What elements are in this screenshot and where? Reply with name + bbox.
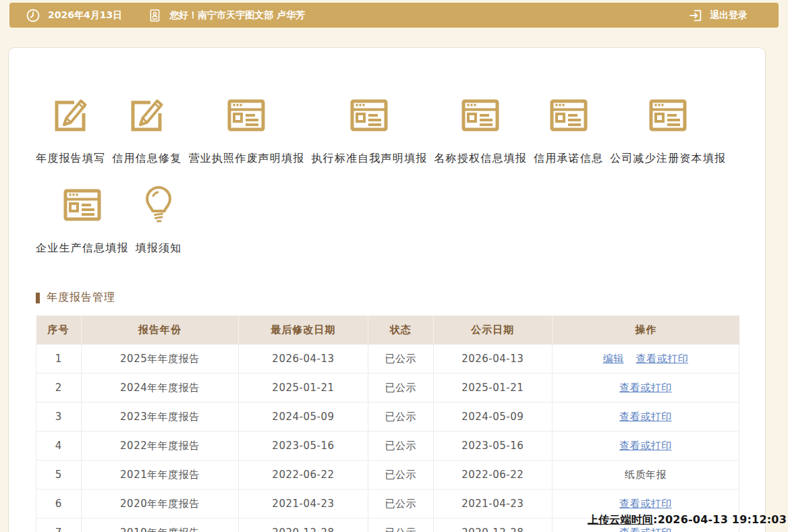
- annual-report-section: 年度报告管理 序号报告年份最后修改日期状态公示日期操作 12025年年度报告20…: [36, 291, 739, 532]
- report-year: 2025年年度报告: [81, 345, 238, 374]
- table-row: 32023年年度报告2024-05-09已公示2024-05-09查看或打印: [36, 403, 739, 432]
- publish-date: 2022-06-22: [433, 461, 552, 490]
- form-icon: [347, 94, 391, 137]
- actions-cell: 查看或打印: [552, 403, 739, 432]
- shortcut-label: 填报须知: [136, 241, 182, 256]
- form-icon: [646, 94, 690, 137]
- publish-date: 2021-04-23: [433, 490, 552, 519]
- form-icon: [225, 94, 268, 137]
- report-year: 2021年年度报告: [81, 461, 238, 490]
- upload-cloud-timestamp: 上传云端时间:2026-04-13 19:12:03: [588, 513, 787, 527]
- publish-date: 2020-12-28: [433, 519, 552, 532]
- table-row: 22024年年度报告2025-01-21已公示2025-01-21查看或打印: [36, 374, 739, 403]
- shortcut-item[interactable]: 名称授权信息填报: [434, 94, 527, 166]
- last-modified-date: 2023-05-16: [239, 432, 368, 461]
- shortcut-label: 名称授权信息填报: [434, 152, 527, 166]
- shortcut-item[interactable]: 执行标准自我声明填报: [311, 94, 427, 166]
- row-seq: 6: [36, 490, 82, 519]
- last-modified-date: 2025-01-21: [239, 374, 368, 403]
- column-header: 最后修改日期: [239, 316, 368, 345]
- last-modified-date: 2022-06-22: [239, 461, 368, 490]
- current-date: 2026年4月13日: [48, 9, 122, 22]
- date-group: 2026年4月13日: [26, 8, 122, 23]
- publish-date: 2024-05-09: [433, 403, 552, 432]
- last-modified-date: 2026-04-13: [239, 345, 368, 374]
- publish-date: 2025-01-21: [433, 374, 552, 403]
- shortcut-label: 信用信息修复: [112, 152, 181, 166]
- column-header: 状态: [368, 316, 433, 345]
- status-text: 已公示: [368, 403, 433, 432]
- section-title-text: 年度报告管理: [47, 291, 115, 305]
- report-year: 2020年年度报告: [81, 490, 238, 519]
- topbar: 2026年4月13日 您好！南宁市天宇图文部 卢华芳 退出登录: [9, 3, 779, 28]
- logout-icon: [688, 8, 703, 23]
- row-seq: 5: [36, 461, 82, 490]
- annual-report-table: 序号报告年份最后修改日期状态公示日期操作 12025年年度报告2026-04-1…: [36, 316, 739, 532]
- greeting-group: 您好！南宁市天宇图文部 卢华芳: [148, 8, 305, 23]
- shortcut-row-1: 年度报告填写 信用信息修复 营业执照作废声明填报: [36, 94, 739, 166]
- paper-annual-report-text: 纸质年报: [625, 469, 667, 481]
- actions-cell: 编辑查看或打印: [552, 345, 739, 374]
- last-modified-date: 2024-05-09: [239, 403, 368, 432]
- publish-date: 2023-05-16: [433, 432, 552, 461]
- column-header: 序号: [36, 316, 82, 345]
- shortcut-label: 年度报告填写: [36, 152, 105, 166]
- form-icon: [547, 94, 590, 137]
- table-header-row: 序号报告年份最后修改日期状态公示日期操作: [36, 316, 739, 345]
- logout-label: 退出登录: [710, 9, 748, 22]
- shortcut-item[interactable]: 企业生产信息填报: [36, 183, 129, 256]
- edit-icon: [49, 94, 92, 137]
- bulb-icon: [137, 183, 180, 227]
- report-year: 2019年年度报告: [81, 519, 238, 532]
- clock-icon: [26, 8, 40, 23]
- shortcut-item[interactable]: 填报须知: [136, 183, 182, 256]
- upload-cloud-timestamp-time: :2026-04-13 19:12:03: [653, 513, 787, 526]
- form-icon: [459, 94, 502, 137]
- view-or-print-link[interactable]: 查看或打印: [619, 411, 672, 423]
- shortcut-item[interactable]: 营业执照作废声明填报: [188, 94, 304, 166]
- shortcut-label: 信用承诺信息: [534, 152, 603, 166]
- report-year: 2022年年度报告: [81, 432, 238, 461]
- column-header: 报告年份: [81, 316, 238, 345]
- report-year: 2024年年度报告: [81, 374, 238, 403]
- last-modified-date: 2020-12-28: [239, 519, 368, 532]
- status-text: 已公示: [368, 374, 433, 403]
- shortcut-item[interactable]: 信用信息修复: [112, 94, 181, 166]
- view-or-print-link[interactable]: 查看或打印: [619, 498, 672, 510]
- row-seq: 7: [36, 519, 82, 532]
- shortcut-item[interactable]: 年度报告填写: [36, 94, 105, 166]
- view-or-print-link[interactable]: 查看或打印: [619, 440, 672, 452]
- table-row: 52021年年度报告2022-06-22已公示2022-06-22纸质年报: [36, 461, 739, 490]
- upload-cloud-timestamp-prefix: 上传云端时间: [588, 513, 653, 526]
- view-or-print-link[interactable]: 查看或打印: [636, 353, 689, 365]
- shortcut-label: 执行标准自我声明填报: [311, 152, 427, 166]
- user-greeting: 您好！南宁市天宇图文部 卢华芳: [169, 9, 305, 22]
- view-or-print-link[interactable]: 查看或打印: [619, 382, 672, 394]
- row-seq: 1: [36, 345, 82, 374]
- id-badge-icon: [148, 8, 162, 23]
- shortcut-item[interactable]: 公司减少注册资本填报: [610, 94, 726, 166]
- edit-link[interactable]: 编辑: [603, 353, 624, 365]
- report-year: 2023年年度报告: [81, 403, 238, 432]
- logout-button[interactable]: 退出登录: [688, 8, 748, 23]
- status-text: 已公示: [368, 490, 433, 519]
- title-marker-bar: [36, 293, 40, 303]
- status-text: 已公示: [368, 519, 433, 532]
- table-row: 42022年年度报告2023-05-16已公示2023-05-16查看或打印: [36, 432, 739, 461]
- status-text: 已公示: [368, 461, 433, 490]
- actions-cell: 查看或打印: [552, 432, 739, 461]
- last-modified-date: 2021-04-23: [239, 490, 368, 519]
- publish-date: 2026-04-13: [433, 345, 552, 374]
- column-header: 公示日期: [433, 316, 552, 345]
- column-header: 操作: [552, 316, 739, 345]
- row-seq: 4: [36, 432, 82, 461]
- shortcut-item[interactable]: 信用承诺信息: [534, 94, 603, 166]
- shortcut-label: 公司减少注册资本填报: [610, 152, 726, 166]
- shortcut-label: 企业生产信息填报: [36, 241, 129, 256]
- section-title: 年度报告管理: [36, 291, 739, 305]
- edit-icon: [125, 94, 169, 137]
- shortcut-row-2: 企业生产信息填报 填报须知: [36, 183, 739, 256]
- status-text: 已公示: [368, 345, 433, 374]
- actions-cell: 查看或打印: [552, 374, 739, 403]
- form-icon: [61, 183, 104, 227]
